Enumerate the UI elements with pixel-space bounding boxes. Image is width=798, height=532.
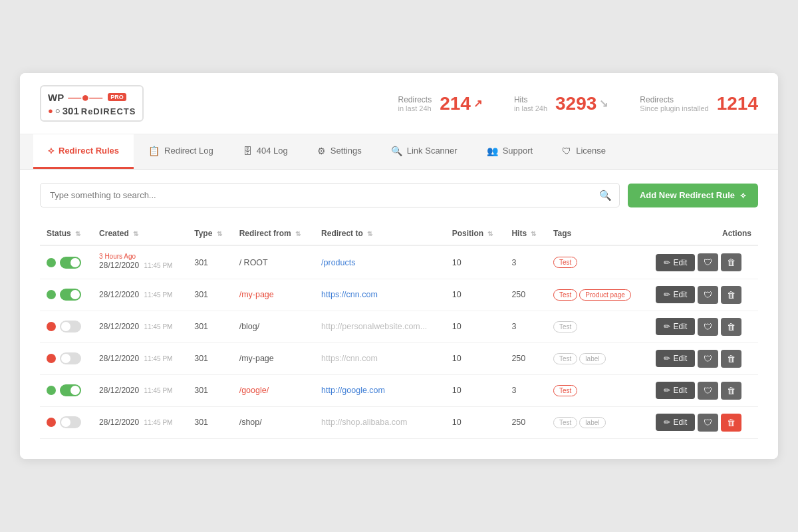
- col-redirect-from: Redirect from ⇅: [233, 222, 315, 245]
- delete-button[interactable]: 🗑: [721, 286, 741, 304]
- sort-created-icon[interactable]: ⇅: [133, 230, 138, 237]
- tab-settings-label: Settings: [331, 146, 362, 156]
- tab-link-scanner-label: Link Scanner: [407, 146, 458, 156]
- to-link[interactable]: https://cnn.com: [321, 290, 378, 299]
- tab-support[interactable]: 👥 Support: [472, 134, 548, 169]
- position-value: 10: [452, 418, 462, 427]
- from-text: /blog/: [239, 322, 260, 331]
- tag: Test: [553, 417, 577, 428]
- shield-button[interactable]: 🛡: [698, 414, 718, 432]
- created-time: 11:45 PM: [144, 355, 173, 362]
- trash-icon: 🗑: [727, 354, 735, 364]
- position-cell-6: 10: [446, 406, 505, 438]
- type-value: 301: [194, 322, 208, 331]
- shield-icon: 🛡: [704, 418, 712, 428]
- status-cell-6: [40, 406, 92, 438]
- status-toggle[interactable]: [60, 352, 81, 364]
- sort-hits-icon[interactable]: ⇅: [531, 230, 536, 237]
- from-link[interactable]: /google/: [239, 386, 269, 395]
- to-cell-2: https://cnn.com: [315, 279, 446, 311]
- tags-cell-2: TestProduct page: [547, 279, 649, 311]
- to-link[interactable]: http://google.com: [321, 386, 385, 395]
- tab-redirect-log[interactable]: 📋 Redirect Log: [134, 134, 228, 169]
- type-cell-4: 301: [188, 342, 232, 374]
- stat-total-label: Redirects: [640, 95, 708, 104]
- status-toggle[interactable]: [60, 321, 81, 332]
- hits-value: 3: [511, 258, 516, 267]
- actions-cell-4: ✏ Edit 🛡 🗑: [649, 342, 758, 374]
- shield-button[interactable]: 🛡: [698, 350, 718, 368]
- header: WP —●— PRO ● ○ 301 ReDIRECTS Redirects i…: [20, 73, 778, 134]
- tab-settings[interactable]: ⚙ Settings: [303, 134, 376, 169]
- sort-status-icon[interactable]: ⇅: [75, 230, 80, 237]
- edit-button[interactable]: ✏ Edit: [656, 350, 696, 367]
- to-link[interactable]: /products: [321, 258, 355, 267]
- sort-from-icon[interactable]: ⇅: [295, 230, 301, 237]
- shield-button[interactable]: 🛡: [698, 253, 718, 271]
- hits-value: 3: [511, 322, 516, 331]
- delete-button[interactable]: 🗑: [721, 382, 741, 400]
- from-link[interactable]: /my-page: [239, 290, 274, 299]
- edit-button[interactable]: ✏ Edit: [656, 414, 696, 431]
- status-dot: [47, 322, 56, 331]
- edit-button[interactable]: ✏ Edit: [656, 318, 696, 335]
- redirect-log-icon: 📋: [148, 146, 160, 156]
- settings-icon: ⚙: [317, 146, 326, 156]
- edit-pencil-icon: ✏: [664, 354, 670, 363]
- stat-redirects-label: Redirects: [398, 95, 432, 104]
- position-cell-2: 10: [446, 279, 505, 311]
- trash-icon: 🗑: [727, 257, 735, 267]
- content-area: 🔍 Add New Redirect Rule ⟡ Status ⇅ Creat…: [20, 170, 778, 459]
- to-cell-3: http://personalwebsite.com...: [315, 311, 446, 342]
- from-cell-1: / ROOT: [233, 245, 315, 279]
- tab-support-label: Support: [503, 146, 533, 156]
- created-date: 28/12/2020: [99, 354, 139, 363]
- sort-type-icon[interactable]: ⇅: [217, 230, 222, 237]
- tab-link-scanner[interactable]: 🔍 Link Scanner: [376, 134, 472, 169]
- edit-button[interactable]: ✏ Edit: [656, 254, 696, 271]
- edit-button[interactable]: ✏ Edit: [656, 382, 696, 399]
- stat-hits-24h: Hits in last 24h 3293 ↘: [514, 93, 608, 114]
- tab-redirect-rules-label: Redirect Rules: [59, 146, 119, 156]
- link-scanner-icon: 🔍: [391, 146, 402, 156]
- status-toggle[interactable]: [60, 257, 81, 269]
- logo-circle-icon: ○: [55, 106, 61, 116]
- tab-404-log[interactable]: 🗄 404 Log: [228, 134, 303, 169]
- to-text: http://personalwebsite.com...: [321, 322, 427, 331]
- shield-button[interactable]: 🛡: [698, 318, 718, 336]
- sort-position-icon[interactable]: ⇅: [487, 230, 493, 237]
- tab-license[interactable]: 🛡 License: [547, 134, 620, 169]
- tag: label: [579, 353, 605, 364]
- delete-button[interactable]: 🗑: [721, 318, 741, 336]
- toolbar: 🔍 Add New Redirect Rule ⟡: [40, 183, 758, 207]
- delete-button[interactable]: 🗑: [721, 253, 741, 271]
- tag: Test: [553, 257, 577, 268]
- delete-button[interactable]: 🗑: [721, 414, 741, 432]
- add-redirect-rule-button[interactable]: Add New Redirect Rule ⟡: [628, 184, 758, 207]
- shield-button[interactable]: 🛡: [698, 382, 718, 400]
- edit-button[interactable]: ✏ Edit: [656, 286, 696, 303]
- app-container: WP —●— PRO ● ○ 301 ReDIRECTS Redirects i…: [20, 73, 778, 459]
- status-toggle[interactable]: [60, 384, 81, 396]
- status-toggle[interactable]: [60, 416, 81, 428]
- hits-cell-4: 250: [505, 342, 547, 374]
- status-toggle[interactable]: [60, 289, 81, 301]
- tab-redirect-rules[interactable]: ⟡ Redirect Rules: [33, 134, 134, 169]
- table-row: 28/12/2020 11:45 PM 301/my-pagehttps://c…: [40, 342, 758, 374]
- shield-button[interactable]: 🛡: [698, 286, 718, 304]
- tag: Test: [553, 385, 577, 396]
- logo-redirects-text: ReDIRECTS: [81, 106, 136, 116]
- tag: Test: [553, 289, 577, 301]
- hits-cell-2: 250: [505, 279, 547, 311]
- type-cell-5: 301: [188, 374, 232, 406]
- position-cell-3: 10: [446, 311, 505, 342]
- status-dot: [47, 418, 56, 427]
- delete-button[interactable]: 🗑: [721, 350, 741, 368]
- table-header-row: Status ⇅ Created ⇅ Type ⇅ Redirect fro: [40, 222, 758, 245]
- search-input[interactable]: [40, 183, 620, 207]
- hits-cell-1: 3: [505, 245, 547, 279]
- sort-to-icon[interactable]: ⇅: [367, 230, 372, 237]
- stat-hits-sublabel: in last 24h: [514, 104, 547, 112]
- from-text: /my-page: [239, 354, 274, 363]
- type-value: 301: [194, 354, 208, 363]
